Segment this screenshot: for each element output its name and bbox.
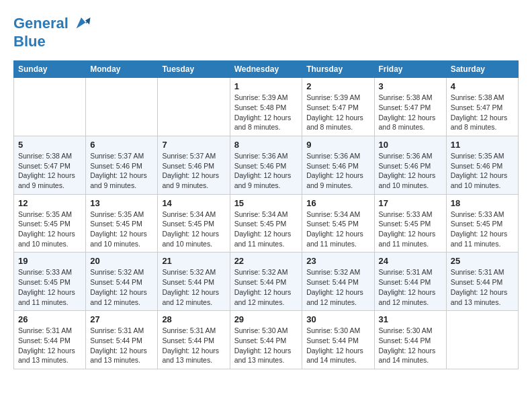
- calendar-day-7: 7Sunrise: 5:37 AM Sunset: 5:46 PM Daylig…: [158, 136, 230, 194]
- day-number: 9: [306, 140, 369, 150]
- day-info: Sunrise: 5:37 AM Sunset: 5:46 PM Dayligh…: [162, 151, 225, 191]
- day-number: 24: [379, 256, 442, 266]
- calendar-day-29: 29Sunrise: 5:30 AM Sunset: 5:44 PM Dayli…: [230, 311, 302, 369]
- day-info: Sunrise: 5:32 AM Sunset: 5:44 PM Dayligh…: [306, 267, 369, 307]
- day-number: 18: [451, 198, 514, 208]
- calendar-empty-cell: [86, 78, 158, 136]
- calendar-day-23: 23Sunrise: 5:32 AM Sunset: 5:44 PM Dayli…: [302, 253, 374, 311]
- day-number: 14: [162, 198, 225, 208]
- calendar-day-2: 2Sunrise: 5:39 AM Sunset: 5:47 PM Daylig…: [302, 78, 374, 136]
- day-number: 7: [162, 140, 225, 150]
- day-number: 25: [451, 256, 514, 266]
- weekday-header-wednesday: Wednesday: [230, 61, 302, 78]
- day-info: Sunrise: 5:32 AM Sunset: 5:44 PM Dayligh…: [162, 267, 225, 307]
- day-info: Sunrise: 5:32 AM Sunset: 5:44 PM Dayligh…: [90, 267, 153, 307]
- logo-text-blue: Blue: [13, 34, 91, 50]
- calendar-day-10: 10Sunrise: 5:36 AM Sunset: 5:46 PM Dayli…: [374, 136, 446, 194]
- calendar-day-30: 30Sunrise: 5:30 AM Sunset: 5:44 PM Dayli…: [302, 311, 374, 369]
- weekday-header-sunday: Sunday: [14, 61, 86, 78]
- day-number: 1: [234, 81, 298, 91]
- day-number: 3: [379, 81, 442, 91]
- day-number: 22: [234, 256, 298, 266]
- calendar-day-15: 15Sunrise: 5:34 AM Sunset: 5:45 PM Dayli…: [230, 194, 302, 253]
- day-info: Sunrise: 5:33 AM Sunset: 5:45 PM Dayligh…: [379, 210, 442, 249]
- day-info: Sunrise: 5:38 AM Sunset: 5:47 PM Dayligh…: [18, 151, 81, 191]
- day-number: 23: [306, 256, 369, 266]
- day-info: Sunrise: 5:31 AM Sunset: 5:44 PM Dayligh…: [18, 326, 81, 365]
- day-number: 19: [18, 256, 81, 266]
- day-number: 20: [90, 256, 153, 266]
- day-number: 11: [451, 140, 514, 150]
- day-number: 13: [90, 198, 153, 208]
- calendar-day-31: 31Sunrise: 5:30 AM Sunset: 5:44 PM Dayli…: [374, 311, 446, 369]
- calendar-day-1: 1Sunrise: 5:39 AM Sunset: 5:48 PM Daylig…: [230, 78, 302, 136]
- day-info: Sunrise: 5:32 AM Sunset: 5:44 PM Dayligh…: [234, 267, 298, 307]
- day-number: 30: [306, 314, 369, 324]
- calendar-day-6: 6Sunrise: 5:37 AM Sunset: 5:46 PM Daylig…: [86, 136, 158, 194]
- day-number: 29: [234, 314, 298, 324]
- calendar-week-row: 5Sunrise: 5:38 AM Sunset: 5:47 PM Daylig…: [14, 136, 519, 194]
- day-number: 5: [18, 140, 81, 150]
- day-number: 2: [306, 81, 369, 91]
- day-info: Sunrise: 5:30 AM Sunset: 5:44 PM Dayligh…: [306, 326, 369, 365]
- calendar-day-3: 3Sunrise: 5:38 AM Sunset: 5:47 PM Daylig…: [374, 78, 446, 136]
- logo: General Blue: [13, 13, 91, 50]
- day-info: Sunrise: 5:33 AM Sunset: 5:45 PM Dayligh…: [18, 267, 81, 307]
- day-info: Sunrise: 5:35 AM Sunset: 5:45 PM Dayligh…: [90, 210, 153, 249]
- calendar-day-12: 12Sunrise: 5:35 AM Sunset: 5:45 PM Dayli…: [14, 194, 86, 253]
- calendar-day-20: 20Sunrise: 5:32 AM Sunset: 5:44 PM Dayli…: [86, 253, 158, 311]
- day-info: Sunrise: 5:30 AM Sunset: 5:44 PM Dayligh…: [379, 326, 442, 365]
- day-info: Sunrise: 5:34 AM Sunset: 5:45 PM Dayligh…: [162, 210, 225, 249]
- svg-marker-1: [85, 17, 91, 25]
- calendar-day-11: 11Sunrise: 5:35 AM Sunset: 5:46 PM Dayli…: [446, 136, 518, 194]
- day-info: Sunrise: 5:39 AM Sunset: 5:48 PM Dayligh…: [234, 93, 298, 132]
- calendar-day-21: 21Sunrise: 5:32 AM Sunset: 5:44 PM Dayli…: [158, 253, 230, 311]
- calendar-week-row: 12Sunrise: 5:35 AM Sunset: 5:45 PM Dayli…: [14, 194, 519, 253]
- calendar-day-8: 8Sunrise: 5:36 AM Sunset: 5:46 PM Daylig…: [230, 136, 302, 194]
- day-number: 16: [306, 198, 369, 208]
- calendar-day-9: 9Sunrise: 5:36 AM Sunset: 5:46 PM Daylig…: [302, 136, 374, 194]
- weekday-header-tuesday: Tuesday: [158, 61, 230, 78]
- day-number: 26: [18, 314, 81, 324]
- day-number: 31: [379, 314, 442, 324]
- day-info: Sunrise: 5:34 AM Sunset: 5:45 PM Dayligh…: [234, 210, 298, 249]
- calendar-day-26: 26Sunrise: 5:31 AM Sunset: 5:44 PM Dayli…: [14, 311, 86, 369]
- day-number: 27: [90, 314, 153, 324]
- day-info: Sunrise: 5:36 AM Sunset: 5:46 PM Dayligh…: [234, 151, 298, 191]
- day-number: 17: [379, 198, 442, 208]
- day-number: 12: [18, 198, 81, 208]
- calendar-empty-cell: [446, 311, 518, 369]
- calendar-day-5: 5Sunrise: 5:38 AM Sunset: 5:47 PM Daylig…: [14, 136, 86, 194]
- day-info: Sunrise: 5:38 AM Sunset: 5:47 PM Dayligh…: [451, 93, 514, 132]
- calendar-day-24: 24Sunrise: 5:31 AM Sunset: 5:44 PM Dayli…: [374, 253, 446, 311]
- calendar-day-28: 28Sunrise: 5:31 AM Sunset: 5:44 PM Dayli…: [158, 311, 230, 369]
- calendar-table: SundayMondayTuesdayWednesdayThursdayFrid…: [13, 60, 519, 369]
- calendar-day-18: 18Sunrise: 5:33 AM Sunset: 5:45 PM Dayli…: [446, 194, 518, 253]
- weekday-header-monday: Monday: [86, 61, 158, 78]
- page-header: General Blue: [13, 13, 519, 50]
- day-info: Sunrise: 5:36 AM Sunset: 5:46 PM Dayligh…: [306, 151, 369, 191]
- day-info: Sunrise: 5:31 AM Sunset: 5:44 PM Dayligh…: [90, 326, 153, 365]
- day-number: 8: [234, 140, 298, 150]
- calendar-week-row: 19Sunrise: 5:33 AM Sunset: 5:45 PM Dayli…: [14, 253, 519, 311]
- day-info: Sunrise: 5:31 AM Sunset: 5:44 PM Dayligh…: [162, 326, 225, 365]
- day-info: Sunrise: 5:30 AM Sunset: 5:44 PM Dayligh…: [234, 326, 298, 365]
- calendar-day-27: 27Sunrise: 5:31 AM Sunset: 5:44 PM Dayli…: [86, 311, 158, 369]
- weekday-header-friday: Friday: [374, 61, 446, 78]
- day-number: 4: [451, 81, 514, 91]
- day-number: 28: [162, 314, 225, 324]
- calendar-day-17: 17Sunrise: 5:33 AM Sunset: 5:45 PM Dayli…: [374, 194, 446, 253]
- day-info: Sunrise: 5:31 AM Sunset: 5:44 PM Dayligh…: [451, 267, 514, 307]
- calendar-day-13: 13Sunrise: 5:35 AM Sunset: 5:45 PM Dayli…: [86, 194, 158, 253]
- calendar-day-16: 16Sunrise: 5:34 AM Sunset: 5:45 PM Dayli…: [302, 194, 374, 253]
- logo-icon: [71, 13, 91, 34]
- day-number: 6: [90, 140, 153, 150]
- day-info: Sunrise: 5:39 AM Sunset: 5:47 PM Dayligh…: [306, 93, 369, 132]
- calendar-day-14: 14Sunrise: 5:34 AM Sunset: 5:45 PM Dayli…: [158, 194, 230, 253]
- day-info: Sunrise: 5:33 AM Sunset: 5:45 PM Dayligh…: [451, 210, 514, 249]
- calendar-week-row: 1Sunrise: 5:39 AM Sunset: 5:48 PM Daylig…: [14, 78, 519, 136]
- day-number: 21: [162, 256, 225, 266]
- calendar-header-row: SundayMondayTuesdayWednesdayThursdayFrid…: [14, 61, 519, 78]
- day-number: 15: [234, 198, 298, 208]
- day-number: 10: [379, 140, 442, 150]
